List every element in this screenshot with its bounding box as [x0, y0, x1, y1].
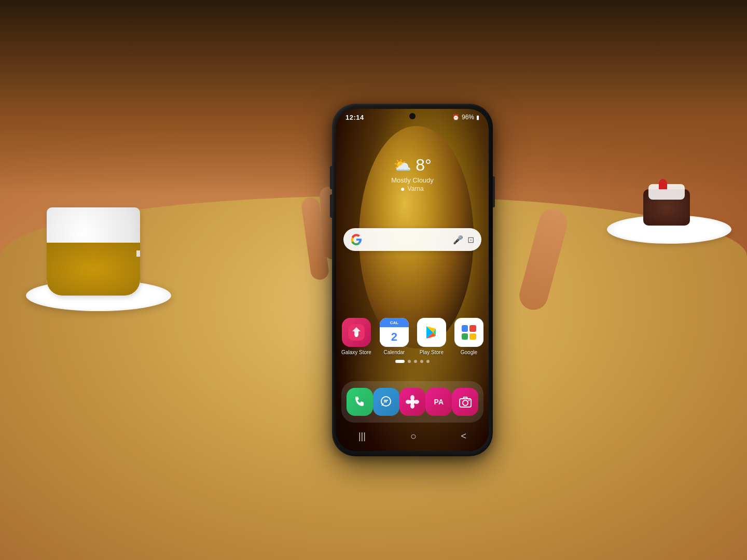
volume-up-button[interactable]: [330, 166, 332, 189]
tea-liquid: [47, 243, 140, 296]
bixby-app-icon[interactable]: [399, 388, 426, 416]
app-dock: PA: [341, 381, 483, 423]
weather-icon: ⛅: [393, 157, 411, 174]
home-screen-apps: Galaxy Store CAL 2 Calendar: [336, 318, 489, 355]
google-app[interactable]: Google: [454, 318, 483, 355]
galaxy-store-label: Galaxy Store: [341, 349, 371, 355]
play-store-icon[interactable]: [417, 318, 446, 347]
google-grid-green: [462, 333, 468, 340]
galaxy-store-icon[interactable]: [342, 318, 371, 347]
phone-app-icon[interactable]: [347, 388, 373, 416]
tea-cup-area: [16, 145, 192, 321]
voice-search-icon[interactable]: 🎤: [453, 235, 463, 245]
google-grid: [462, 325, 476, 340]
page-dot-5[interactable]: [426, 360, 430, 363]
google-grid-blue: [462, 325, 468, 332]
back-button[interactable]: <: [461, 431, 467, 442]
page-dot-3[interactable]: [414, 360, 417, 363]
cup-handle: [136, 228, 140, 257]
google-icon[interactable]: [454, 318, 483, 347]
recent-apps-button[interactable]: |||: [358, 431, 366, 442]
myfiles-app-icon[interactable]: PA: [425, 388, 452, 416]
phone-screen: 12:14 ⏰ 96% ▮ ⛅ 8° Mostly Cloudy Varna: [336, 109, 489, 451]
messages-app-icon[interactable]: [373, 388, 399, 416]
google-grid-yellow: [469, 333, 476, 340]
weather-temperature: 8°: [416, 156, 432, 175]
svg-point-1: [355, 334, 358, 337]
page-dot-1[interactable]: [395, 360, 405, 363]
thumb: [516, 205, 571, 313]
location-dot-icon: [401, 188, 404, 191]
hand-phone-area: 12:14 ⏰ 96% ▮ ⛅ 8° Mostly Cloudy Varna: [182, 0, 643, 560]
lens-search-icon[interactable]: ⊡: [467, 235, 474, 245]
calendar-app[interactable]: CAL 2 Calendar: [380, 318, 409, 355]
battery-percentage: 96%: [462, 114, 474, 121]
home-button[interactable]: ○: [410, 430, 417, 442]
status-time: 12:14: [345, 114, 364, 121]
play-store-label: Play Store: [420, 349, 444, 355]
tea-cup: [47, 207, 140, 296]
volume-down-button[interactable]: [330, 194, 332, 218]
page-dot-4[interactable]: [420, 360, 423, 363]
google-logo: [351, 234, 362, 245]
calendar-label: Calendar: [384, 349, 405, 355]
svg-point-9: [414, 400, 419, 404]
page-dot-2[interactable]: [408, 360, 411, 363]
svg-point-11: [463, 400, 468, 405]
alarm-icon: ⏰: [452, 114, 460, 121]
calendar-icon[interactable]: CAL 2: [380, 318, 409, 347]
google-label: Google: [461, 349, 477, 355]
front-camera: [409, 113, 416, 119]
camera-app-icon[interactable]: [452, 388, 478, 416]
google-search-bar[interactable]: 🎤 ⊡: [343, 228, 481, 251]
navigation-bar: ||| ○ <: [336, 425, 489, 447]
page-indicators: [395, 360, 430, 363]
svg-point-8: [406, 400, 411, 404]
svg-point-6: [410, 395, 414, 400]
svg-point-12: [468, 400, 469, 401]
status-icons: ⏰ 96% ▮: [452, 114, 479, 121]
galaxy-store-app[interactable]: Galaxy Store: [341, 318, 371, 355]
weather-widget: ⛅ 8° Mostly Cloudy Varna: [391, 156, 434, 192]
svg-point-7: [410, 403, 414, 409]
play-store-app[interactable]: Play Store: [417, 318, 446, 355]
weather-description: Mostly Cloudy: [391, 176, 434, 184]
phone-shell: 12:14 ⏰ 96% ▮ ⛅ 8° Mostly Cloudy Varna: [332, 104, 493, 456]
google-grid-red: [469, 325, 476, 332]
weather-location: Varna: [391, 185, 434, 192]
power-button[interactable]: [493, 176, 495, 207]
battery-icon: ▮: [476, 114, 479, 121]
